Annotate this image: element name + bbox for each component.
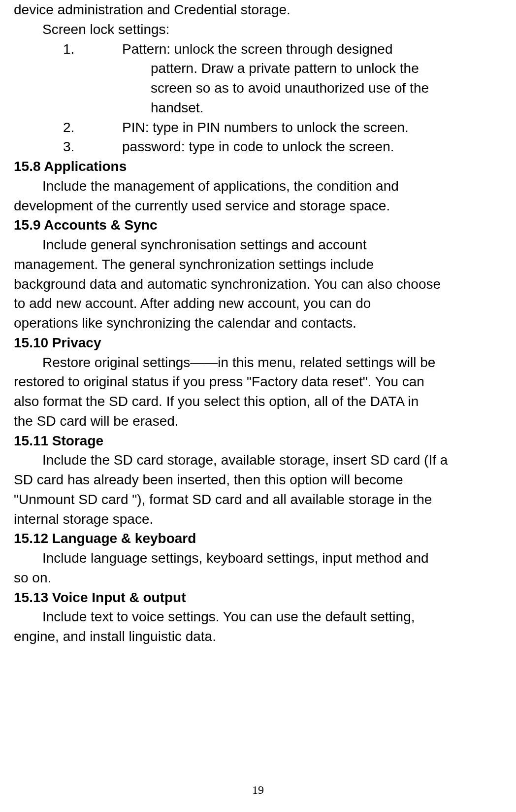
heading-15-11: 15.11 Storage [14, 431, 502, 451]
para-15-8-l2: development of the currently used servic… [14, 196, 502, 216]
para-15-10-l4: the SD card will be erased. [14, 411, 502, 431]
para-15-13-l2: engine, and install linguistic data. [14, 627, 502, 646]
para-15-8-l1: Include the management of applications, … [14, 176, 502, 196]
screen-lock-label: Screen lock settings: [14, 20, 502, 39]
heading-15-10: 15.10 Privacy [14, 333, 502, 353]
list-num-1: 1. [63, 39, 122, 59]
para-15-10-l3: also format the SD card. If you select t… [14, 392, 502, 411]
document-content: device administration and Credential sto… [14, 0, 502, 646]
para-15-10-l1: Restore original settings——in this menu,… [14, 353, 502, 372]
para-15-13-l1: Include text to voice settings. You can … [14, 607, 502, 627]
para-15-9-l2: management. The general synchronization … [14, 255, 502, 274]
heading-15-9: 15.9 Accounts & Sync [14, 215, 502, 235]
list-item-2: 2.PIN:type in PIN numbers to unlock the … [14, 118, 502, 137]
list-text-1a: Pattern: unlock the screen through desig… [122, 41, 392, 57]
para-15-12-l1: Include language settings, keyboard sett… [14, 548, 502, 568]
list-label-2: PIN: [122, 118, 153, 137]
list-text-1d: handset. [14, 98, 502, 118]
intro-line: device administration and Credential sto… [14, 0, 502, 20]
para-15-9-l3: background data and automatic synchroniz… [14, 274, 502, 294]
para-15-11-l1: Include the SD card storage, available s… [14, 450, 502, 470]
list-item-1: 1.Pattern: unlock the screen through des… [14, 39, 502, 59]
para-15-11-l2: SD card has already been inserted, then … [14, 470, 502, 490]
heading-15-13: 15.13 Voice Input & output [14, 588, 502, 608]
para-15-9-l4: to add new account. After adding new acc… [14, 294, 502, 313]
list-num-2: 2. [63, 118, 122, 137]
list-item-3: 3.password: type in code to unlock the s… [14, 137, 502, 157]
para-15-9-l5: operations like synchronizing the calend… [14, 313, 502, 333]
page-number: 19 [0, 781, 516, 798]
para-15-10-l2: restored to original status if you press… [14, 372, 502, 392]
para-15-9-l1: Include general synchronisation settings… [14, 235, 502, 255]
para-15-12-l2: so on. [14, 568, 502, 588]
heading-15-12: 15.12 Language & keyboard [14, 529, 502, 548]
list-num-3: 3. [63, 137, 122, 157]
para-15-11-l4: internal storage space. [14, 509, 502, 529]
para-15-11-l3: "Unmount SD card "), format SD card and … [14, 490, 502, 509]
list-text-1b: pattern. Draw a private pattern to unloc… [14, 59, 502, 78]
list-text-1c: screen so as to avoid unauthorized use o… [14, 78, 502, 98]
heading-15-8: 15.8 Applications [14, 157, 502, 176]
list-text-2: type in PIN numbers to unlock the screen… [153, 120, 409, 135]
list-text-3: password: type in code to unlock the scr… [122, 139, 394, 154]
